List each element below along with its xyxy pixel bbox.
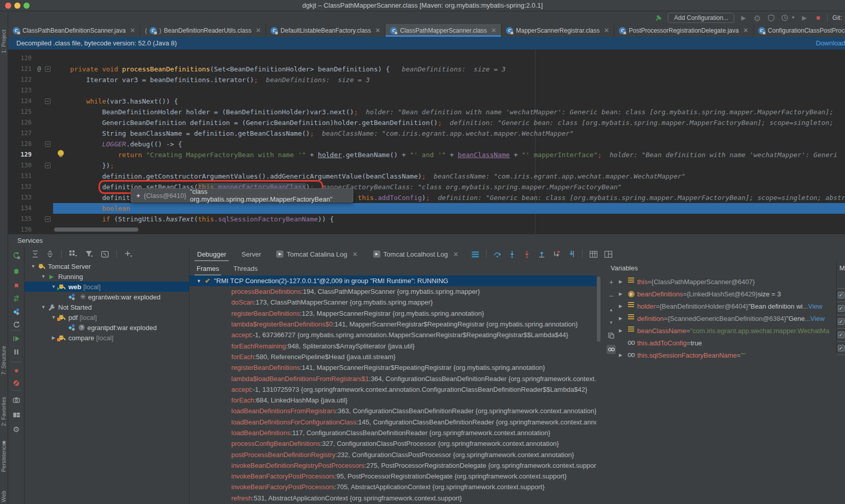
tree-row-compare[interactable]: ▶compare [local] — [25, 333, 189, 343]
checkbox-checked[interactable]: ✓ — [838, 345, 844, 351]
fold-marker-icon[interactable]: − — [45, 66, 51, 72]
stop-server-icon[interactable]: ■ — [12, 281, 20, 289]
stack-frame-row[interactable]: forEach:580, ReferencePipeline$Head {jav… — [189, 351, 596, 362]
fold-marker-icon[interactable]: − — [45, 163, 51, 168]
duplicate-icon[interactable] — [607, 331, 616, 340]
checkbox-checked[interactable]: ✓ — [838, 318, 844, 325]
view-link[interactable]: View — [810, 315, 825, 322]
add-configuration-button[interactable]: Add Configuration... — [668, 13, 734, 23]
stop-icon[interactable]: ■ — [813, 13, 823, 22]
close-icon[interactable]: ✕ — [130, 27, 135, 34]
editor-tab[interactable]: CMapperScannerRegistrar.class✕ — [501, 24, 614, 37]
chevron-down-icon[interactable]: ▼ — [30, 264, 37, 269]
minimize-window-button[interactable] — [14, 3, 20, 9]
editor-tab[interactable]: (C)BeanDefinitionReaderUtils.class✕ — [140, 24, 266, 37]
git-label[interactable]: Git: — [832, 14, 842, 21]
stack-frame-row[interactable]: doScan:173, ClassPathMapperScanner {org.… — [189, 297, 596, 308]
stack-frame-row[interactable]: forEachRemaining:948, Spliterators$Array… — [189, 340, 596, 351]
tree-row-egrantweb-war-exploded[interactable]: ✳egrantweb:war exploded — [25, 292, 189, 302]
tree-row-egrantpdf-war-exploded[interactable]: ?egrantpdf:war exploded — [25, 322, 189, 333]
update-application-icon[interactable] — [12, 294, 20, 303]
chevron-right-icon[interactable]: ▶ — [50, 335, 57, 340]
mute-breakpoints-icon[interactable] — [12, 379, 20, 387]
fold-marker-icon[interactable]: − — [45, 141, 51, 147]
coverage-icon[interactable] — [766, 13, 776, 22]
view-link[interactable]: View — [808, 303, 823, 310]
editor-tab[interactable]: CConfigurationClassPostProcessor.java✕ — [754, 24, 845, 37]
tree-row-running[interactable]: ▼▶Running — [25, 271, 189, 282]
resume-program-icon[interactable] — [12, 335, 20, 343]
checkbox-checked[interactable]: ✓ — [838, 332, 844, 338]
variable-row-beandefinitions[interactable]: ▶pbeanDefinitions = {LinkedHashSet@6429}… — [619, 288, 836, 300]
settings-gear-icon[interactable]: ⚙ — [12, 425, 20, 434]
editor-tab[interactable]: CPostProcessorRegistrationDelegate.java✕ — [614, 24, 753, 37]
expander-icon[interactable]: ▶ — [619, 352, 626, 358]
checkbox-checked[interactable]: ✓ — [838, 305, 844, 312]
tree-row-pdf[interactable]: ▼pdf [local] — [25, 312, 189, 322]
chevron-down-icon[interactable]: ▼ — [40, 305, 47, 310]
run-to-cursor-icon[interactable] — [567, 250, 575, 258]
add-watch-icon[interactable]: + — [607, 278, 616, 287]
run-secondary-icon[interactable]: ▶ — [800, 13, 809, 22]
editor-tab[interactable]: CClassPathBeanDefinitionScanner.java✕ — [8, 24, 140, 37]
tree-row-tomcat-server[interactable]: ▼Tomcat Server — [25, 261, 189, 271]
stripe-web-label[interactable]: Web — [1, 491, 8, 502]
tab-tomcat-localhost-log[interactable]: ▶ Tomcat Localhost Log ✕ — [366, 247, 466, 261]
add-service-icon[interactable] — [125, 250, 133, 258]
zoom-window-button[interactable] — [23, 3, 30, 9]
step-into-icon[interactable] — [508, 250, 516, 258]
frames-scrollbar[interactable] — [596, 275, 601, 504]
refresh-icon[interactable] — [12, 320, 20, 329]
view-breakpoints-icon[interactable]: ● — [12, 366, 20, 374]
chevron-down-icon[interactable]: ▼ — [40, 274, 47, 279]
thread-row[interactable]: ▼ ✔ "RMI TCP Connection(2)-127.0.0.1"@2,… — [189, 275, 596, 286]
variable-row-holder[interactable]: ▶holder = {BeanDefinitionHolder@6404} "B… — [619, 300, 836, 312]
close-icon[interactable]: ✕ — [375, 27, 381, 34]
layout-menu-icon[interactable] — [471, 250, 479, 258]
chevron-down-icon[interactable]: ▼ — [197, 279, 205, 284]
close-icon[interactable]: ✕ — [491, 27, 497, 34]
close-window-button[interactable] — [5, 3, 11, 9]
chevron-down-icon[interactable]: ▼ — [50, 284, 57, 289]
subtab-threads[interactable]: Threads — [226, 261, 265, 275]
tree-row-web[interactable]: ▼web [local] — [25, 282, 189, 292]
close-icon[interactable]: ✕ — [453, 250, 458, 258]
expander-icon[interactable]: ▶ — [619, 279, 626, 284]
close-icon[interactable]: ✕ — [743, 27, 749, 34]
stack-frame-row[interactable]: processBeanDefinitions:194, ClassPathMap… — [189, 286, 596, 297]
drop-frame-icon[interactable] — [552, 250, 561, 258]
editor-tab[interactable]: CClassPathMapperScanner.class✕ — [385, 24, 501, 37]
stack-frame-row[interactable]: invokeBeanDefinitionRegistryPostProcesso… — [189, 460, 596, 471]
stripe-favorites-label[interactable]: 2: Favorites — [1, 397, 8, 426]
variable-row-definition[interactable]: ▶definition = {ScannedGenericBeanDefinit… — [619, 312, 836, 324]
stack-frame-row[interactable]: loadBeanDefinitionsForConfigurationClass… — [189, 417, 596, 427]
evaluate-table-icon[interactable] — [589, 250, 597, 258]
profiler-dropdown-icon[interactable]: ▼ — [791, 15, 795, 20]
stack-frame-row[interactable]: registerBeanDefinitions:141, MapperScann… — [189, 362, 596, 373]
chevron-down-icon[interactable]: ▼ — [50, 315, 57, 320]
stack-frame-row[interactable]: registerBeanDefinitions:123, MapperScann… — [189, 308, 596, 319]
group-by-icon[interactable] — [69, 250, 78, 258]
stack-frame-row[interactable]: invokeBeanFactoryPostProcessors:95, Post… — [189, 471, 596, 482]
tab-tomcat-catalina-log[interactable]: ▶ Tomcat Catalina Log ✕ — [269, 247, 365, 261]
expander-icon[interactable]: ▶ — [619, 328, 626, 333]
stack-frame-row[interactable]: lambda$loadBeanDefinitionsFromRegistrars… — [189, 373, 596, 384]
run-icon[interactable]: ▶ — [739, 13, 748, 22]
expander-icon[interactable]: ▶ — [619, 304, 626, 309]
code-editor[interactable]: 120121@− private void processBeanDefinit… — [8, 49, 845, 234]
profiler-icon[interactable] — [780, 13, 789, 22]
stack-frame-row[interactable]: accept:-1, 1310725973 {org.springframewo… — [189, 384, 596, 395]
stack-frame-row[interactable]: loadBeanDefinitions:117, ConfigurationCl… — [189, 427, 596, 438]
close-icon[interactable]: ✕ — [352, 250, 358, 258]
thread-dump-camera-icon[interactable] — [12, 396, 20, 404]
rerun-server-icon[interactable] — [12, 251, 20, 260]
close-icon[interactable]: ✕ — [255, 27, 261, 34]
collapse-all-icon[interactable] — [46, 250, 54, 258]
expander-icon[interactable]: ▶ — [619, 291, 626, 296]
intention-bulb-icon[interactable] — [58, 150, 64, 156]
stack-frame-row[interactable]: processConfigBeanDefinitions:327, Config… — [189, 438, 596, 449]
debug-server-icon[interactable] — [12, 267, 20, 275]
move-down-icon[interactable]: ▼ — [607, 318, 616, 327]
expand-all-icon[interactable] — [32, 250, 39, 258]
stack-frame-row[interactable]: loadBeanDefinitionsFromRegistrars:363, C… — [189, 406, 596, 416]
